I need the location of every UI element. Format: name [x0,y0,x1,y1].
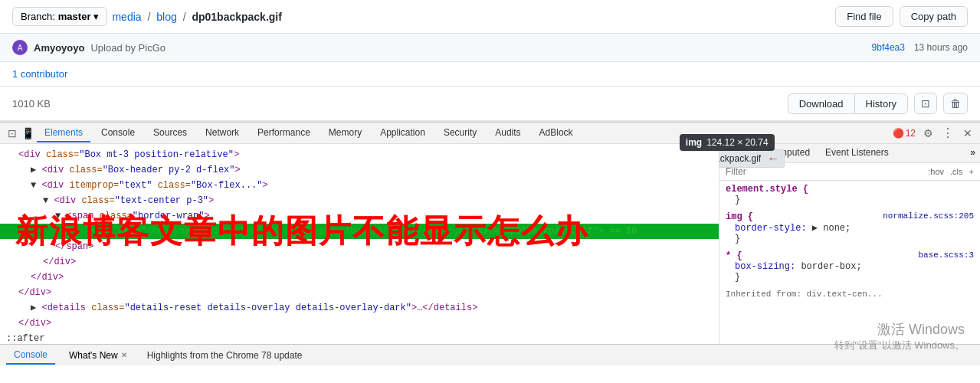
copy-path-button[interactable]: Copy path [900,6,968,27]
error-count: 🔴 12 [893,128,916,139]
tab-application[interactable]: Application [372,124,433,142]
green-overlay: 新浪博客文章中的图片不能显示怎么办 [0,224,719,239]
styles-panel: Styles Computed Event Listeners » :hov .… [719,144,980,344]
highlights-text: Highlights from the Chrome 78 update [141,350,309,361]
close-devtools-icon[interactable]: ✕ [962,127,974,139]
style-close-brace3: } [726,272,740,283]
commit-right: 9bf4ea3 13 hours ago [872,42,968,53]
find-file-button[interactable]: Find file [835,6,893,27]
element-line[interactable]: ▼ <div class="text-center p-3"> [0,193,719,208]
file-actions: Download History ⊡ 🗑 [788,93,968,114]
style-selector-img: img { [726,211,753,222]
tab-performance[interactable]: Performance [250,124,318,142]
whats-new-label: What's New [69,350,118,361]
element-line[interactable]: ▼ <div itemprop="text" class="Box-flex..… [0,178,719,193]
tab-memory[interactable]: Memory [321,124,369,142]
branch-selector[interactable]: Branch: master ▾ [12,7,107,26]
filter-add[interactable]: + [969,167,974,176]
style-close-brace: } [726,195,740,205]
tab-security[interactable]: Security [436,124,484,142]
devtools-main: <div class="Box mt-3 position-relative">… [0,144,980,344]
devtools-right-icons: 🔴 12 ⚙ ⋮ ✕ [893,126,974,141]
desktop-icon[interactable]: ⊡ [914,93,937,114]
breadcrumb-actions: Find file Copy path [835,6,968,27]
styles-content: element.style { } img { normalize.scss:2… [719,181,980,309]
element-line[interactable]: </div> [0,316,719,331]
element-line[interactable]: ::after [0,331,719,344]
console-tab-label: Console [14,349,48,360]
element-line[interactable]: ▶ <details class="details-reset details-… [0,300,719,316]
style-rule-inherited: Inherited from: div.text-cen... [726,289,974,300]
commit-bar: A Amyoyoyo Upload by PicGo 9bf4ea3 13 ho… [0,34,980,62]
whats-new-tab[interactable]: What's New ✕ [61,347,135,364]
filter-hov[interactable]: :hov [928,167,944,176]
file-toolbar: 1010 KB img 124.12 × 20.74 🖼 dp01backpac… [0,87,980,121]
commit-time: 13 hours ago [914,42,968,53]
contributor-bar: 1 contributor [0,62,980,87]
device-toolbar-icon[interactable]: 📱 [21,127,34,139]
close-whats-new[interactable]: ✕ [121,351,127,359]
history-button[interactable]: History [854,93,908,114]
breadcrumb-media[interactable]: media [112,11,141,23]
branch-label: Branch: [21,11,55,22]
styles-filter-input[interactable] [726,166,925,177]
style-prop-boxsizing: box-sizing: border-box; [726,261,974,272]
style-selector: element.style { [726,184,808,195]
tab-audits[interactable]: Audits [487,124,528,142]
tooltip-dimensions: 124.12 × 20.74 [706,137,768,148]
tab-sources[interactable]: Sources [146,124,195,142]
style-selector-star: * { [726,250,742,261]
tooltip-element-name: img [686,137,702,148]
img-tooltip: img 124.12 × 20.74 [680,134,775,151]
style-rule-element: element.style { } [726,184,974,205]
style-close-brace2: } [726,234,740,244]
inspect-element-icon[interactable]: ⊡ [6,127,18,139]
elements-content: <div class="Box mt-3 position-relative">… [0,144,719,344]
error-number: 12 [906,128,916,139]
breadcrumb-bar: Branch: master ▾ media / blog / dp01back… [0,0,980,34]
commit-sha[interactable]: 9bf4ea3 [872,42,905,53]
avatar: A [12,40,28,55]
selected-line-container: <img src="/Amyoyoyo/media/blob/master/bl… [0,224,719,239]
tab-network[interactable]: Network [198,124,247,142]
element-line[interactable]: </div> [0,254,719,270]
element-line[interactable]: <div class="Box mt-3 position-relative"> [0,147,719,162]
element-line[interactable]: ▶ <div class="Box-header py-2 d-flex"> [0,162,719,178]
style-source-base[interactable]: base.scss:3 [918,250,974,260]
breadcrumb-blog[interactable]: blog [156,11,176,23]
more-options-icon[interactable]: ⋮ [940,126,955,141]
bottom-bar: Console What's New ✕ Highlights from the… [0,344,980,365]
more-styles-icon[interactable]: » [965,144,980,162]
inherited-from-label: Inherited from: div.text-cen... [726,290,883,299]
tab-adblock[interactable]: AdBlock [532,124,581,142]
contributor-link[interactable]: 1 contributor [12,68,67,80]
settings-icon[interactable]: ⚙ [922,127,934,139]
chevron-down-icon: ▾ [93,11,99,22]
breadcrumb-left: Branch: master ▾ media / blog / dp01back… [12,7,282,26]
styles-tab-event-listeners[interactable]: Event Listeners [818,144,896,162]
tab-elements[interactable]: Elements [37,124,90,142]
windows-watermark: 激活 Windows 转到"设置"以激活 Windows。 [834,320,965,352]
breadcrumb-filename: dp01backpack.gif [192,11,282,23]
style-source-normalize[interactable]: normalize.scss:205 [883,211,974,221]
download-button[interactable]: Download [788,93,854,114]
style-rule-img: img { normalize.scss:205 border-style: ▶… [726,211,974,244]
filter-cls[interactable]: .cls [950,167,963,176]
file-size: 1010 KB [12,98,51,110]
commit-message: Upload by PicGo [90,42,166,54]
element-line[interactable]: </div> [0,285,719,300]
commit-author[interactable]: Amyoyoyo [34,42,84,54]
tab-console[interactable]: Console [93,124,143,142]
watermark-line1: 激活 Windows [834,320,965,339]
devtools-panel: ⊡ 📱 Elements Console Sources Network Per… [0,122,980,344]
style-prop-border: border-style: ▶ none; [726,222,974,234]
red-arrow-icon: ← [767,152,779,165]
delete-icon[interactable]: 🗑 [943,93,968,114]
commit-left: A Amyoyoyo Upload by PicGo [12,40,166,55]
style-rule-star: * { base.scss:3 box-sizing: border-box; … [726,250,974,283]
elements-panel: <div class="Box mt-3 position-relative">… [0,144,719,344]
element-line[interactable]: </div> [0,270,719,285]
overlay-text: 新浪博客文章中的图片不能显示怎么办 [15,210,588,253]
watermark-line2: 转到"设置"以激活 Windows。 [834,339,965,352]
console-tab[interactable]: Console [6,346,55,365]
